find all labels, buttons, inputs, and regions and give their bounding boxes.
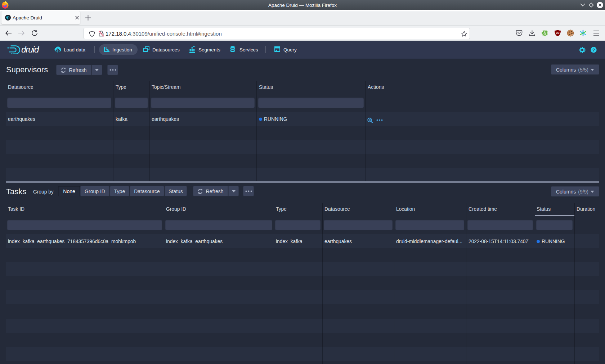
svg-text:uO: uO <box>556 32 560 34</box>
svg-text:?: ? <box>592 48 595 52</box>
